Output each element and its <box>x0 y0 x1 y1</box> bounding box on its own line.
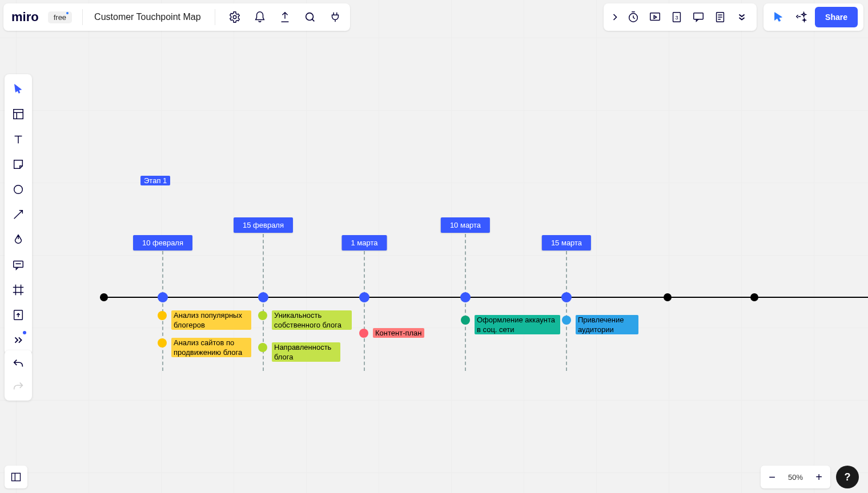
upload-tool[interactable] <box>7 304 30 326</box>
zoom-level[interactable]: 50% <box>785 473 806 482</box>
svg-rect-12 <box>12 473 21 480</box>
milestone-dot[interactable] <box>561 292 572 302</box>
task-label: Анализ популярных блогеров <box>171 310 251 330</box>
shape-icon <box>12 183 25 196</box>
task-item[interactable]: Анализ сайтов по продвижению блога <box>158 338 251 357</box>
notes-button[interactable] <box>711 8 729 26</box>
notifications-button[interactable] <box>251 8 269 26</box>
task-label: Привлечение аудитории <box>576 315 638 334</box>
board-title[interactable]: Customer Touchpoint Map <box>93 12 204 22</box>
task-item[interactable]: Анализ популярных блогеров <box>158 310 251 330</box>
more-apps-button[interactable] <box>733 8 751 26</box>
stage-label[interactable]: Этап 1 <box>140 176 170 185</box>
task-bullet-icon <box>359 329 368 338</box>
timeline-dot <box>750 293 758 301</box>
milestone-dash <box>364 251 365 371</box>
plugins-button[interactable] <box>326 8 344 26</box>
task-bullet-icon <box>158 338 167 347</box>
milestone-dot[interactable] <box>258 292 268 302</box>
templates-tool[interactable] <box>7 103 30 126</box>
search-button[interactable] <box>301 8 319 26</box>
task-item[interactable]: Оформление аккаунта в соц. сети <box>461 315 560 334</box>
task-bullet-icon <box>158 311 167 320</box>
task-item[interactable]: Привлечение аудитории <box>562 315 638 334</box>
svg-rect-10 <box>14 261 23 268</box>
header-right: 3 Share <box>604 3 863 31</box>
task-item[interactable]: Контент-план <box>359 328 424 338</box>
undo-icon <box>12 358 25 370</box>
divider <box>215 9 215 25</box>
svg-rect-8 <box>14 110 23 119</box>
zoom-in-button[interactable]: + <box>811 469 827 485</box>
date-box[interactable]: 10 марта <box>441 217 490 233</box>
frame-tool[interactable] <box>7 278 30 301</box>
text-icon <box>12 133 25 146</box>
task-label: Оформление аккаунта в соц. сети <box>475 315 560 334</box>
bell-icon <box>254 11 266 23</box>
task-label: Уникальность собственного блога <box>272 310 352 330</box>
sparkle-icon <box>795 11 807 23</box>
more-tools[interactable] <box>7 329 30 351</box>
zoom-out-button[interactable]: − <box>764 469 780 485</box>
voting-button[interactable]: 3 <box>668 8 686 26</box>
comment-icon <box>692 11 705 23</box>
notes-icon <box>714 11 726 23</box>
date-box[interactable]: 15 февраля <box>234 217 293 233</box>
comment-icon <box>12 258 25 271</box>
export-button[interactable] <box>276 8 294 26</box>
collab-chip: Share <box>763 3 863 31</box>
timeline-dot <box>664 293 672 301</box>
divider <box>82 9 83 25</box>
settings-button[interactable] <box>226 8 244 26</box>
frame-icon <box>12 284 25 296</box>
connector-tool[interactable] <box>7 203 30 226</box>
date-box[interactable]: 1 марта <box>342 235 387 250</box>
milestone-dot[interactable] <box>460 292 471 302</box>
minimap-button[interactable] <box>5 466 27 488</box>
select-tool[interactable] <box>7 78 30 100</box>
task-label: Контент-план <box>373 328 424 338</box>
search-icon <box>304 11 316 23</box>
header-left: miro free Customer Touchpoint Map <box>3 3 350 31</box>
shape-tool[interactable] <box>7 178 30 201</box>
arrow-icon <box>12 208 25 221</box>
plan-dot-icon <box>66 12 69 14</box>
svg-point-0 <box>233 15 236 19</box>
help-button[interactable]: ? <box>836 466 859 488</box>
comment-tool[interactable] <box>7 253 30 276</box>
canvas[interactable] <box>0 0 868 493</box>
date-box[interactable]: 10 февраля <box>133 235 192 250</box>
cursor-icon <box>772 11 785 23</box>
pen-icon <box>12 233 25 246</box>
svg-point-9 <box>14 185 23 194</box>
pen-tool[interactable] <box>7 228 30 251</box>
collapse-button[interactable] <box>609 8 621 26</box>
task-item[interactable]: Направленность блога <box>258 342 340 362</box>
toolbar <box>5 74 32 355</box>
date-box[interactable]: 15 марта <box>542 235 591 250</box>
milestone-dot[interactable] <box>359 292 369 302</box>
upload-file-icon <box>12 309 25 321</box>
undo-button[interactable] <box>7 353 30 375</box>
present-button[interactable] <box>646 8 664 26</box>
sticky-tool[interactable] <box>7 153 30 176</box>
minimap-icon <box>10 471 22 483</box>
timeline-start-dot <box>100 293 108 301</box>
undo-redo <box>5 350 32 401</box>
plug-icon <box>329 11 341 23</box>
cursor-mode-button[interactable] <box>769 8 787 26</box>
reactions-button[interactable] <box>792 8 810 26</box>
milestone-dot[interactable] <box>158 292 168 302</box>
plan-badge[interactable]: free <box>48 11 72 23</box>
app-actions: 3 <box>604 3 757 31</box>
redo-button[interactable] <box>7 375 30 398</box>
share-button[interactable]: Share <box>815 7 858 27</box>
upload-icon <box>279 11 291 23</box>
pointer-icon <box>12 83 25 95</box>
svg-rect-6 <box>694 13 704 19</box>
logo[interactable]: miro <box>9 10 39 25</box>
comments-button[interactable] <box>689 8 708 26</box>
task-item[interactable]: Уникальность собственного блога <box>258 310 352 330</box>
text-tool[interactable] <box>7 128 30 151</box>
timer-button[interactable] <box>624 8 642 26</box>
